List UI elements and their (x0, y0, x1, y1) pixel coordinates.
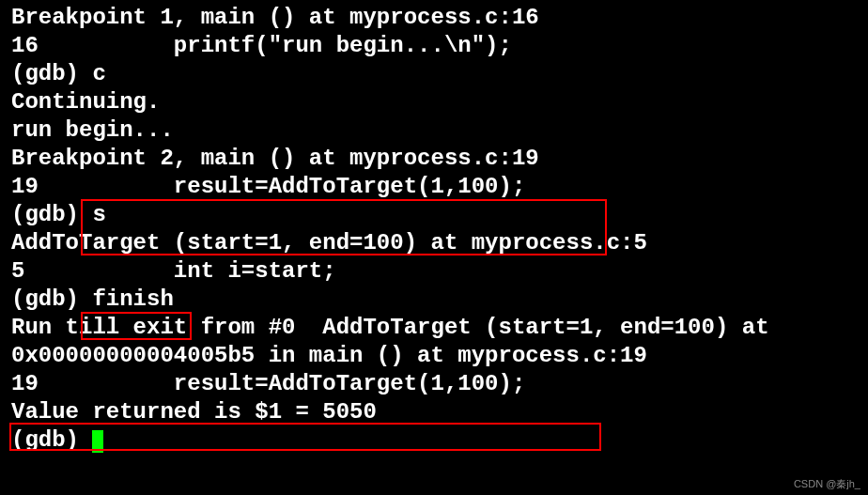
gdb-prompt-line[interactable]: (gdb) finish (11, 286, 857, 314)
gdb-prompt-line[interactable]: (gdb) c (11, 60, 857, 88)
gdb-prompt-text: (gdb) (11, 427, 92, 453)
gdb-output-line: Breakpoint 2, main () at myprocess.c:19 (11, 145, 857, 173)
gdb-prompt-line[interactable]: (gdb) s (11, 201, 857, 229)
gdb-output-line: Run till exit from #0 AddToTarget (start… (11, 314, 857, 342)
gdb-output-line: Continuing. (11, 88, 857, 116)
gdb-output-line: AddToTarget (start=1, end=100) at myproc… (11, 229, 857, 257)
gdb-source-line: 5 int i=start; (11, 257, 857, 286)
gdb-output-line: 0x00000000004005b5 in main () at myproce… (11, 342, 857, 370)
program-output-line: run begin... (11, 116, 857, 145)
gdb-source-line: 16 printf("run begin...\n"); (11, 32, 857, 60)
gdb-source-line: 19 result=AddToTarget(1,100); (11, 173, 857, 201)
terminal-cursor (92, 430, 103, 453)
gdb-return-value-line: Value returned is $1 = 5050 (11, 398, 857, 426)
watermark-text: CSDN @秦jh_ (794, 478, 860, 491)
gdb-output-line: Breakpoint 1, main () at myprocess.c:16 (11, 4, 857, 32)
gdb-source-line: 19 result=AddToTarget(1,100); (11, 370, 857, 398)
gdb-prompt-line[interactable]: (gdb) (11, 426, 857, 455)
